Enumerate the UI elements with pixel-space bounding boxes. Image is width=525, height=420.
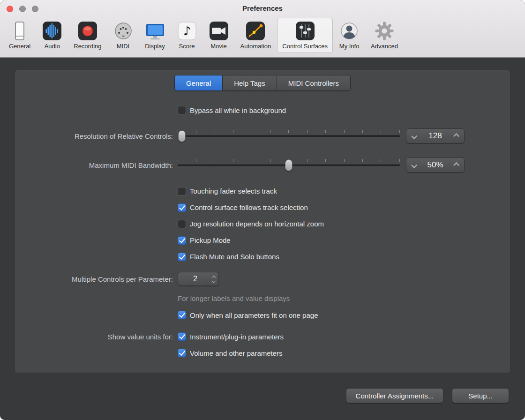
show-value-units-row: Show value units for: Instrument/plug-in… (15, 331, 510, 342)
pickup-mode-checkbox[interactable] (178, 236, 186, 245)
toolbar-item-advanced[interactable]: Advanced (366, 18, 403, 53)
bandwidth-slider-thumb[interactable] (285, 159, 292, 171)
option-row: Pickup Mode (15, 232, 510, 248)
titlebar[interactable]: Preferences (0, 0, 525, 18)
toolbar-item-recording[interactable]: Recording (68, 18, 106, 53)
resolution-row: Resolution of Relative Controls: 128 (15, 128, 510, 143)
stepper-arrows-icon[interactable] (212, 276, 215, 282)
resolution-value: 128 (428, 131, 442, 141)
option-row: Touching fader selects track (15, 183, 510, 199)
toolbar-item-control-surfaces[interactable]: Control Surfaces (277, 18, 333, 53)
toolbar-item-label: My Info (339, 43, 360, 50)
waveform-icon (42, 21, 62, 41)
chevron-up-icon[interactable] (453, 133, 459, 139)
toolbar-item-label: General (9, 43, 30, 50)
options-group: Touching fader selects track Control sur… (15, 183, 510, 265)
monitor-icon (145, 21, 165, 41)
chevron-down-icon[interactable] (411, 162, 417, 168)
bypass-label: Bypass all while in background (190, 106, 286, 114)
checkbox-label: Flash Mute and Solo buttons (190, 253, 279, 261)
show-value-units-label: Show value units for: (15, 333, 178, 341)
volume-params-checkbox[interactable] (178, 349, 186, 357)
resolution-slider[interactable] (178, 129, 400, 143)
toolbar-item-my-info[interactable]: My Info (334, 18, 365, 53)
checkbox-label: Touching fader selects track (190, 187, 277, 195)
bandwidth-value: 50% (427, 160, 443, 170)
tab-midi-controllers[interactable]: MIDI Controllers (277, 75, 350, 90)
bandwidth-stepper[interactable]: 50% (406, 158, 465, 172)
preferences-toolbar: General (0, 18, 525, 57)
tab-help-tags[interactable]: Help Tags (223, 75, 277, 90)
tab-bar: General Help Tags MIDI Controllers (174, 75, 351, 91)
toolbar-item-label: Display (145, 43, 165, 50)
toolbar-item-audio[interactable]: Audio (37, 18, 68, 53)
toolbar-item-movie[interactable]: Movie (203, 18, 234, 53)
svg-text:♪: ♪ (183, 24, 191, 38)
option-row: Jog resolution depends on horizontal zoo… (15, 216, 510, 232)
tab-general[interactable]: General (175, 75, 223, 90)
toolbar-item-label: Recording (74, 43, 101, 50)
resolution-stepper[interactable]: 128 (406, 128, 465, 143)
instrument-params-checkbox[interactable] (178, 332, 186, 341)
music-note-icon: ♪ (177, 21, 197, 41)
control-surfaces-panel: General Help Tags MIDI Controllers Bypas… (14, 70, 511, 373)
toolbar-item-label: Movie (210, 43, 227, 50)
toolbar-item-automation[interactable]: Automation (235, 18, 277, 53)
chevron-down-icon[interactable] (411, 133, 417, 139)
toolbar-item-label: Automation (240, 43, 271, 50)
bandwidth-row: Maximum MIDI Bandwidth: 50% (15, 158, 510, 172)
multiple-controls-value: 2 (178, 275, 212, 283)
midi-connector-icon (113, 21, 134, 41)
checkbox-label: Control surface follows track selection (190, 203, 308, 211)
video-camera-icon (209, 21, 229, 41)
toolbar-item-display[interactable]: Display (140, 18, 171, 53)
checkbox-label: Jog resolution depends on horizontal zoo… (190, 220, 324, 228)
footer: Controller Assignments... Setup... (0, 373, 525, 403)
multiple-controls-row: Multiple Controls per Parameter: 2 (15, 272, 510, 286)
controller-assignments-button[interactable]: Controller Assignments... (346, 388, 444, 403)
only-when-row: Only when all parameters fit on one page (15, 309, 510, 321)
checkbox-label: Instrument/plug-in parameters (190, 333, 284, 341)
multiple-controls-stepper[interactable]: 2 (178, 272, 219, 286)
record-icon (77, 21, 98, 41)
touching-fader-checkbox[interactable] (178, 187, 186, 195)
gear-icon (374, 21, 395, 41)
jog-resolution-checkbox[interactable] (178, 220, 186, 228)
checkbox-label: Only when all parameters fit on one page (190, 311, 318, 319)
toolbar-item-label: Audio (45, 43, 60, 50)
person-icon (339, 21, 360, 41)
slider-ticks (178, 130, 400, 133)
multiple-controls-hint: For longer labels and value displays (178, 294, 290, 302)
volume-params-row: Volume and other parameters (15, 347, 510, 359)
toolbar-item-general[interactable]: General (4, 18, 36, 53)
chevron-up-icon[interactable] (453, 162, 459, 168)
bandwidth-label: Maximum MIDI Bandwidth: (15, 161, 178, 169)
bandwidth-slider[interactable] (178, 158, 400, 172)
follows-track-checkbox[interactable] (178, 203, 186, 212)
bypass-checkbox[interactable] (178, 106, 186, 114)
window-title: Preferences (0, 4, 525, 12)
device-icon (9, 21, 30, 41)
multiple-controls-label: Multiple Controls per Parameter: (15, 275, 178, 283)
resolution-slider-thumb[interactable] (178, 130, 186, 142)
toolbar-item-label: MIDI (117, 43, 129, 50)
toolbar-item-label: Advanced (371, 43, 398, 50)
automation-curve-icon (245, 21, 266, 41)
toolbar-item-label: Score (179, 43, 195, 50)
hint-row: For longer labels and value displays (15, 293, 510, 303)
faders-icon (295, 21, 315, 41)
slider-track (178, 135, 400, 137)
bypass-row: Bypass all while in background (15, 105, 510, 116)
toolbar-item-midi[interactable]: MIDI (108, 18, 139, 53)
resolution-label: Resolution of Relative Controls: (15, 132, 178, 140)
preferences-window: Preferences General (0, 0, 525, 420)
option-row: Control surface follows track selection (15, 199, 510, 216)
option-row: Flash Mute and Solo buttons (15, 248, 510, 265)
toolbar-item-score[interactable]: ♪ Score (172, 18, 202, 53)
flash-mute-solo-checkbox[interactable] (178, 253, 186, 261)
checkbox-label: Pickup Mode (190, 236, 231, 244)
checkbox-label: Volume and other parameters (190, 349, 283, 357)
setup-button[interactable]: Setup... (452, 388, 509, 403)
toolbar-item-label: Control Surfaces (282, 43, 328, 50)
only-when-fit-checkbox[interactable] (178, 311, 186, 319)
